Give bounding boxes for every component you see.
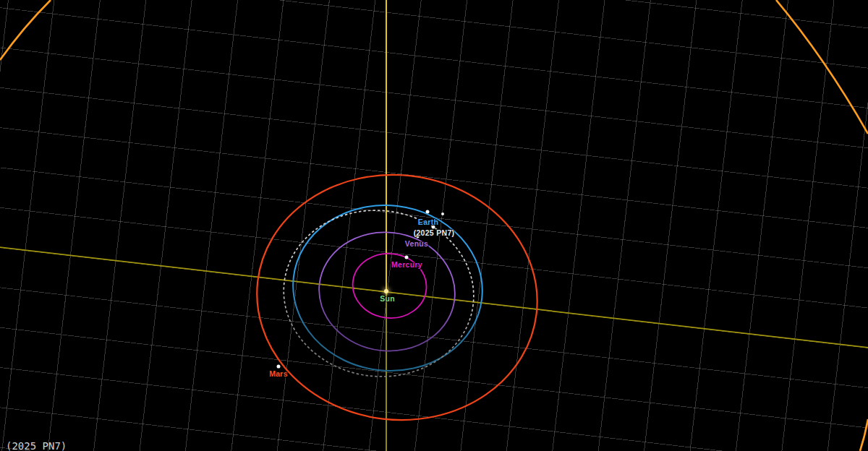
orbit-dash-dot — [441, 212, 444, 215]
marker-mars — [277, 365, 281, 369]
object-designation-watermark: (2025 PN7) — [6, 440, 67, 451]
marker-mercury — [405, 255, 409, 259]
marker-earth — [426, 210, 430, 214]
label-mars: Mars — [269, 369, 288, 378]
marker-sun — [384, 289, 388, 293]
orbit-jupiter — [0, 0, 51, 60]
orbit-jupiter — [776, 0, 868, 134]
label-earth: Earth — [418, 218, 438, 226]
label-2025-pn7: (2025 PN7) — [414, 228, 455, 237]
orbit-jupiter — [860, 419, 868, 451]
label-mercury: Mercury — [391, 260, 422, 269]
label-venus: Venus — [405, 239, 428, 248]
orbit-viewer-canvas[interactable]: Sun Mercury Venus Earth (2025 PN7) Mars … — [0, 0, 868, 451]
orbit-mars — [244, 160, 550, 435]
label-sun: Sun — [380, 294, 395, 303]
